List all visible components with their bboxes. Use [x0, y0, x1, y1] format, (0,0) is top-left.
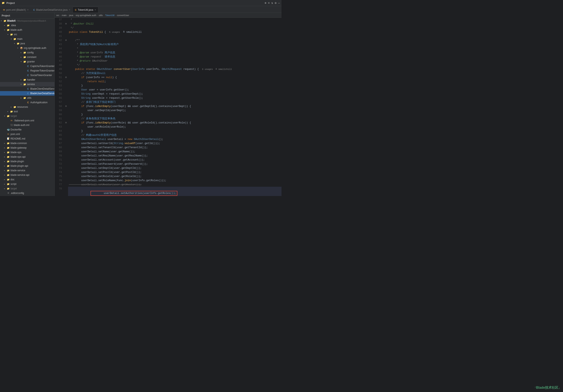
line-code[interactable]: User user = userInfo.getUser(); — [68, 88, 282, 92]
tree-item-blade-auth-iml[interactable]: ⬛ blade-auth.iml — [0, 123, 54, 127]
line-code[interactable]: * — [68, 18, 282, 22]
tree-item-register[interactable]: C RegisterTokenGranter — [0, 68, 54, 73]
tree-item-doc[interactable]: ▸ 📁 doc — [0, 177, 54, 182]
tree-item-resources[interactable]: ▸ 📁 resources — [0, 105, 54, 109]
tree-item-java[interactable]: ▾ 📁 java — [0, 41, 54, 46]
toolbar-icon-close[interactable]: — — [278, 1, 280, 5]
line-code[interactable]: userDetail.setDeptId(user.getDeptId()); — [68, 166, 282, 170]
tree-item-blade-plugin[interactable]: ▸ 📁 blade-plugin — [0, 159, 54, 164]
line-code[interactable]: return null; — [68, 80, 282, 84]
tree-item-auth-app[interactable]: C AuthApplication — [0, 100, 54, 105]
toolbar-icon-add[interactable]: ⊕ — [265, 1, 266, 5]
line-code[interactable]: // 多部门情况下指定单部门 — [68, 100, 282, 104]
line-code[interactable]: * 系统用户转换为OAuth2标准用户 — [68, 42, 282, 47]
line-code[interactable]: userDetail.setPassword(user.getPassword(… — [68, 162, 282, 166]
line-code[interactable]: * @author Chill — [68, 22, 282, 26]
line-code[interactable]: /** — [68, 38, 282, 42]
line-code[interactable]: userDetail.setName(user.getName()); — [68, 150, 282, 154]
line-code[interactable] — [68, 34, 282, 38]
tree-item-blade-gateway[interactable]: ▸ 📁 blade-gateway — [0, 146, 54, 150]
line-code[interactable]: userDetail.setAvatar(user.getAvatar()); — [68, 183, 282, 187]
line-code[interactable]: user.setDeptId(userDept); — [68, 108, 282, 112]
tree-item-flattened-pom[interactable]: m .flattened-pom.xml — [0, 118, 54, 123]
tree-item-test[interactable]: ▸ 📁 test — [0, 109, 54, 114]
tree-item-dockerfile[interactable]: 🐳 Dockerfile — [0, 127, 54, 132]
tab-blade-user-close[interactable]: ✕ — [69, 9, 70, 11]
line-code[interactable]: userDetail.setUserId(String.valueOf(user… — [68, 141, 282, 146]
line-code[interactable]: // 多角色情况下指定单角色 — [68, 117, 282, 121]
tree-item-target-root[interactable]: ▸ 📁 target — [0, 186, 54, 191]
line-code[interactable]: user.setRoleId(userRole); — [68, 125, 282, 129]
tree-item-config[interactable]: ▸ 📁 config — [0, 50, 54, 55]
breadcrumb-java[interactable]: java — [69, 14, 73, 16]
tab-pom-xml[interactable]: m pom.xml (BladeX) ✕ — [1, 7, 31, 12]
tree-item-blade-user-detail[interactable]: C BladeUserDetailService — [0, 91, 54, 96]
line-code[interactable]: if (Func.isNotEmpty(userDept) && user.ge… — [68, 104, 282, 108]
tree-item-readme-blade-auth[interactable]: 📝 README.md — [0, 136, 54, 141]
toolbar-icon-list[interactable]: ≡ — [268, 1, 269, 5]
tree-item-pom-blade-auth[interactable]: m pom.xml — [0, 132, 54, 136]
tree-item-blade-auth[interactable]: ▾ 📁 blade-auth — [0, 28, 54, 32]
tree-item-granter[interactable]: ▾ 📁 granter — [0, 59, 54, 64]
tree-item-org[interactable]: ▾ 📦 org.springblade.auth — [0, 46, 54, 50]
tree-item-target[interactable]: ▾ 📁 target — [0, 114, 54, 118]
line-code[interactable]: OAuth2UserDetail userDetail = new OAuth2… — [68, 137, 282, 141]
tree-item-editorconfig[interactable]: ⚙ .editorconfig — [0, 191, 54, 195]
line-code[interactable]: userDetail.setAccount(user.getAccount())… — [68, 158, 282, 162]
tree-item-main[interactable]: ▾ 📁 main — [0, 37, 54, 41]
line-code[interactable]: public static OAuth2User convertUser(Use… — [68, 67, 282, 71]
line-code[interactable]: // 构建oauth2所需用户信息 — [68, 133, 282, 137]
line-code[interactable]: */ — [68, 26, 282, 30]
tab-pom-close[interactable]: ✕ — [27, 9, 29, 11]
line-code[interactable]: userDetail.setTenantId(user.getTenantId(… — [68, 146, 282, 150]
line-code[interactable]: userDetail.setPostId(user.getPostId()); — [68, 170, 282, 174]
tab-token-util[interactable]: C TokenUtil.java ✕ — [73, 7, 98, 12]
line-code[interactable]: String userDept = request.getUserDept(); — [68, 92, 282, 96]
tab-token-util-close[interactable]: ✕ — [94, 9, 96, 11]
line-code[interactable]: } — [68, 129, 282, 133]
line-code[interactable]: * @param request 请求信息 — [68, 55, 282, 59]
line-code[interactable]: if (userInfo == null) { — [68, 75, 282, 80]
tree-item-handler[interactable]: ▸ 📁 handler — [0, 77, 54, 82]
breadcrumb-src[interactable]: src — [56, 14, 59, 16]
tree-item-blade-ops-api[interactable]: ▸ 📁 blade-ops-api — [0, 155, 54, 159]
breadcrumb-org[interactable]: org.springblade.auth — [76, 14, 96, 16]
tree-item-captcha[interactable]: C CaptchaTokenGranter — [0, 64, 54, 68]
line-code[interactable]: // 为空则返回null — [68, 71, 282, 75]
line-code[interactable]: * @param userInfo 用户信息 — [68, 51, 282, 55]
tree-item-src[interactable]: ▾ 📁 src — [0, 32, 54, 37]
toolbar-icon-sort[interactable]: ⇅ — [271, 1, 273, 5]
tree-item-bladex[interactable]: ▾ 📁 BladeX ~/Workspaces/product/BladeX — [0, 19, 54, 23]
tree-item-service[interactable]: ▾ 📁 service — [0, 82, 54, 86]
code-editor[interactable]: 37 * 38 ⊟ * @author Chill 39 */ — [55, 18, 282, 196]
line-code[interactable]: if (Func.isNotEmpty(userRole) && user.ge… — [68, 121, 282, 125]
tree-item-blade-service[interactable]: ▸ 📁 blade-service — [0, 168, 54, 173]
tree-item-blade-common[interactable]: ▸ 📁 blade-common — [0, 141, 54, 146]
tree-item-blade-ops[interactable]: ▸ 📁 blade-ops — [0, 150, 54, 155]
tree-item-blade-service-api[interactable]: ▸ 📁 blade-service-api — [0, 173, 54, 177]
tree-item-constant[interactable]: ▸ 📁 constant — [0, 55, 54, 59]
tree-item-utils[interactable]: ▸ 📁 utils — [0, 96, 54, 100]
line-code[interactable]: userDetail.setRoleId(user.getRoleId()); — [68, 174, 282, 178]
line-code[interactable]: public class TokenUtil { 5 usages ≙ smal… — [68, 30, 282, 34]
tree-item-flattened-root[interactable]: m .flattened-pom.xml — [0, 195, 54, 196]
tree-item-social[interactable]: C SocialTokenGranter — [0, 73, 54, 77]
breadcrumb-convert-user[interactable]: convertUser — [117, 14, 129, 16]
line-code[interactable]: * @return OAuth2User — [68, 59, 282, 63]
tree-item-blade-client[interactable]: C BladeClientDetailService — [0, 86, 54, 91]
line-code[interactable]: userDetail.setRoleName(Func.join(userInf… — [68, 178, 282, 183]
toolbar-icon-settings[interactable]: ⚙ — [275, 1, 276, 5]
tab-blade-user-detail[interactable]: C BladeUserDetailService.java ✕ — [31, 7, 73, 12]
line-code[interactable]: * — [68, 47, 282, 51]
line-code[interactable]: */ — [68, 63, 282, 67]
line-code[interactable]: } — [68, 112, 282, 117]
breadcrumb-tokenutil[interactable]: TokenUtil — [105, 14, 115, 16]
line-code[interactable]: String userRole = request.getUserRole(); — [68, 96, 282, 100]
tree-item-idea[interactable]: ▸ 📁 .idea — [0, 23, 54, 28]
line-code[interactable]: } — [68, 84, 282, 88]
breadcrumb-main[interactable]: main — [62, 14, 67, 16]
tree-item-script[interactable]: ▸ 📁 script — [0, 182, 54, 186]
line-code-highlighted[interactable]: userDetail.setAuthorities(userInfo.getRo… — [68, 187, 282, 196]
line-code[interactable]: userDetail.setRealName(user.getRealName(… — [68, 154, 282, 158]
tree-item-blade-plugin-api[interactable]: ▸ 📁 blade-plugin-api — [0, 164, 54, 168]
